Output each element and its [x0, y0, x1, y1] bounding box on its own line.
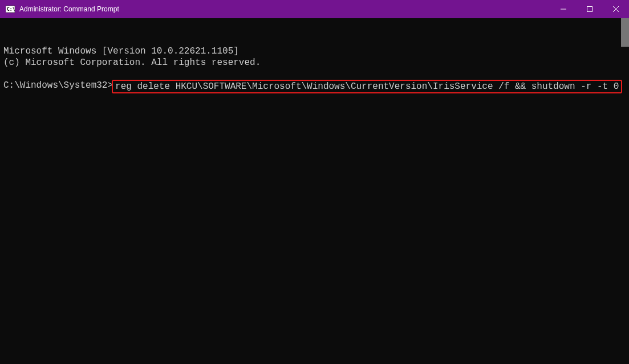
maximize-button[interactable] [577, 0, 603, 18]
window-title: Administrator: Command Prompt [19, 5, 550, 13]
close-button[interactable] [603, 0, 629, 18]
command-prompt-window: C:\ Administrator: Command Prompt [0, 0, 629, 364]
prompt-path: C:\Windows\System32> [3, 80, 113, 91]
highlighted-command: reg delete HKCU\SOFTWARE\Microsoft\Windo… [112, 80, 622, 93]
titlebar[interactable]: C:\ Administrator: Command Prompt [0, 0, 629, 18]
window-controls [550, 0, 629, 18]
terminal-content[interactable]: Microsoft Windows [Version 10.0.22621.11… [0, 18, 629, 364]
minimize-button[interactable] [550, 0, 577, 18]
svg-rect-3 [587, 7, 593, 12]
svg-text:C:\: C:\ [7, 7, 15, 12]
terminal-line-copyright: (c) Microsoft Corporation. All rights re… [3, 57, 626, 68]
prompt-line: C:\Windows\System32>reg delete HKCU\SOFT… [3, 80, 626, 93]
terminal-line-version: Microsoft Windows [Version 10.0.22621.11… [3, 46, 626, 57]
scrollbar-thumb[interactable] [621, 18, 629, 47]
cmd-icon: C:\ [6, 5, 15, 14]
